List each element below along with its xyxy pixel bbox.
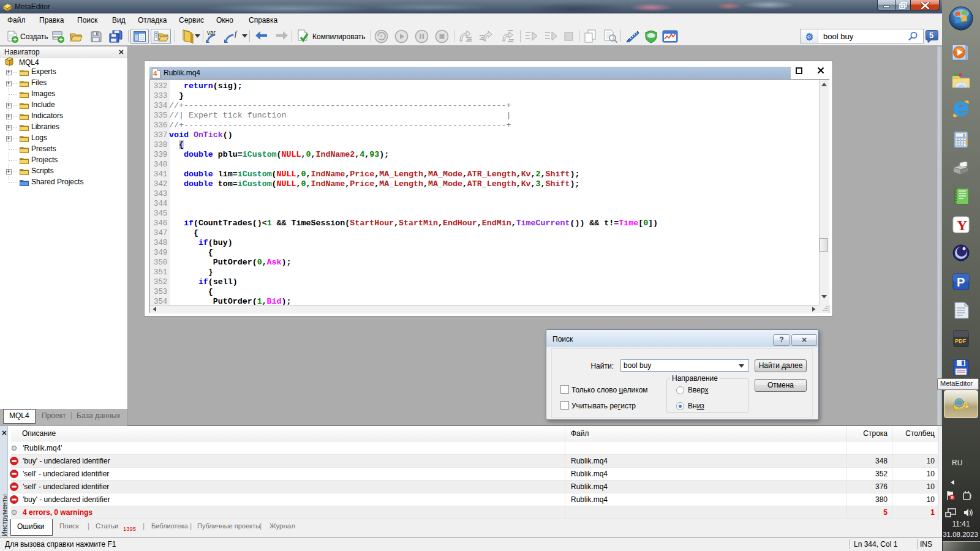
svg-text:PDF: PDF [955, 338, 967, 344]
svg-text:Y: Y [957, 217, 967, 233]
svg-text:P: P [957, 276, 965, 289]
svg-text:4: 4 [153, 70, 157, 77]
svg-text:0: 0 [963, 133, 965, 138]
